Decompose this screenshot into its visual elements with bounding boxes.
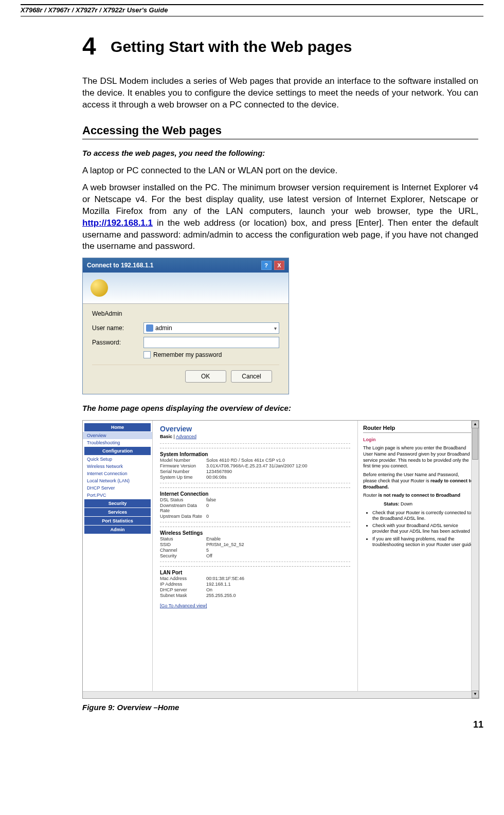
internet-heading: Internet Connection <box>160 487 350 497</box>
subheading-2: The home page opens displaying the overv… <box>82 404 478 412</box>
sys-v3: 00:06:08s <box>206 475 227 480</box>
login-realm: WebAdmin <box>92 310 279 317</box>
lan-k3: Subnet Mask <box>160 593 206 598</box>
username-label: User name: <box>92 324 143 332</box>
wireless-heading: Wireless Settings <box>160 527 350 536</box>
sys-v0: Solos 4610 RD / Solos 461x CSP v1.0 <box>206 458 285 463</box>
sysinfo-heading: System Information <box>160 448 350 457</box>
sidebar-item-overview[interactable]: Overview <box>83 432 152 439</box>
lan-heading: LAN Port <box>160 566 350 575</box>
scroll-up-icon[interactable]: ▲ <box>472 421 479 428</box>
figure-caption: Figure 9: Overview –Home <box>82 703 478 712</box>
help-p1: The Login page is where you enter the Br… <box>363 445 474 469</box>
username-input[interactable]: admin ▾ <box>143 322 279 334</box>
router-url-link[interactable]: http://192.168.1.1 <box>82 218 153 228</box>
sidebar-section-admin[interactable]: Admin <box>84 526 151 534</box>
lan-v1: 192.168.1.1 <box>206 582 231 587</box>
ok-button[interactable]: OK <box>185 370 226 383</box>
paragraph-1: A laptop or PC connected to the LAN or W… <box>82 165 478 177</box>
sidebar-section-home[interactable]: Home <box>84 423 151 431</box>
horizontal-scrollbar[interactable] <box>83 691 472 698</box>
overview-main: Overview Basic | Advanced System Informa… <box>153 421 358 698</box>
cancel-button[interactable]: Cancel <box>231 370 272 383</box>
help-p2: Before entering the User Name and Passwo… <box>363 472 474 490</box>
dropdown-icon[interactable]: ▾ <box>274 325 277 331</box>
lan-v3: 255.255.255.0 <box>206 593 236 598</box>
login-dialog-title: Connect to 192.168.1.1 <box>87 262 153 269</box>
router-help-panel: Router Help Login The Login page is wher… <box>358 421 479 698</box>
ic-v2: 0 <box>206 514 209 519</box>
password-input[interactable] <box>143 337 279 348</box>
ws-k1: SSID <box>160 542 206 547</box>
lan-v0: 00:01:38:1F:5E:46 <box>206 576 244 581</box>
page-number: 11 <box>21 719 483 730</box>
ic-v1: 0 <box>206 503 209 513</box>
intro-paragraph: The DSL Modem includes a series of Web p… <box>82 76 478 111</box>
doc-header-title: X7968r / X7967r / X7927r / X7922r User's… <box>21 6 168 14</box>
chapter-heading: 4 Getting Start with the Web pages <box>82 32 478 60</box>
subheading-1: To access the web pages, you need the fo… <box>82 149 478 157</box>
scroll-thumb[interactable] <box>472 428 478 460</box>
login-banner <box>83 273 289 304</box>
user-icon <box>146 324 153 332</box>
sys-k3: System Up time <box>160 475 206 480</box>
help-p3: Router is not ready to connect to Broadb… <box>363 493 474 499</box>
lan-k1: IP Address <box>160 582 206 587</box>
go-advanced-link[interactable]: [Go To Advanced view] <box>160 603 350 608</box>
ws-k3: Security <box>160 553 206 558</box>
ic-k0: DSL Status <box>160 497 206 502</box>
sidebar: Home Overview Troubleshooting Configurat… <box>83 421 153 698</box>
ws-v0: Enable <box>206 536 221 541</box>
section-heading: Accessing the Web pages <box>82 124 478 139</box>
chapter-number: 4 <box>82 32 96 60</box>
remember-checkbox[interactable] <box>143 351 151 358</box>
sidebar-item-wireless[interactable]: Wireless Network <box>83 463 152 470</box>
scroll-down-icon[interactable]: ▼ <box>472 691 479 698</box>
remember-label: Remember my password <box>153 351 222 358</box>
help-bullet-2: Check with your Broadband ADSL service p… <box>372 523 474 535</box>
help-bullet-3: If you are still having problems, read t… <box>372 536 474 548</box>
overview-screenshot: Home Overview Troubleshooting Configurat… <box>82 420 479 699</box>
tab-basic[interactable]: Basic <box>160 434 172 439</box>
sys-k1: Firmware Version <box>160 463 206 468</box>
sidebar-item-internet[interactable]: Internet Connection <box>83 470 152 477</box>
sidebar-item-quicksetup[interactable]: Quick Setup <box>83 456 152 463</box>
ic-k1: Downstream Data Rate <box>160 503 206 513</box>
login-dialog: Connect to 192.168.1.1 ? X WebAdmin User… <box>82 258 289 394</box>
help-icon[interactable]: ? <box>261 261 272 270</box>
help-status: Status: Down <box>384 501 474 508</box>
sys-k2: Serial Number <box>160 469 206 474</box>
sidebar-item-dhcp[interactable]: DHCP Server <box>83 484 152 492</box>
ws-v1: PRISM_1e_52_52 <box>206 542 244 547</box>
sidebar-item-lan[interactable]: Local Network (LAN) <box>83 477 152 484</box>
ws-k2: Channel <box>160 548 206 553</box>
ic-k2: Upstream Data Rate <box>160 514 206 519</box>
lan-v2: On <box>206 587 212 592</box>
sidebar-section-config[interactable]: Configuration <box>84 447 151 455</box>
username-value: admin <box>155 324 172 332</box>
chapter-title: Getting Start with the Web pages <box>111 38 352 55</box>
help-bullet-1: Check that your Router is correctly conn… <box>372 510 474 522</box>
tab-advanced[interactable]: Advanced <box>176 434 196 439</box>
ws-v2: 5 <box>206 548 209 553</box>
keys-icon <box>91 279 108 297</box>
sidebar-item-troubleshooting[interactable]: Troubleshooting <box>83 439 152 446</box>
sys-v1: 3.01XAT08.7968A-E.25.23.47 31/Jan/2007 1… <box>206 463 308 468</box>
sys-v2: 1234567890 <box>206 469 232 474</box>
help-title: Router Help <box>363 425 474 433</box>
sidebar-item-portpvc[interactable]: Port.PVC <box>83 492 152 499</box>
password-label: Password: <box>92 339 143 346</box>
para2-text-a: A web browser installed on the PC. The m… <box>82 183 478 216</box>
ws-k0: Status <box>160 536 206 541</box>
ws-v3: Off <box>206 553 212 558</box>
ic-v0: false <box>206 497 216 502</box>
paragraph-2: A web browser installed on the PC. The m… <box>82 182 478 253</box>
lan-k2: DHCP server <box>160 587 206 592</box>
sidebar-section-services[interactable]: Services <box>84 508 151 516</box>
help-login-heading: Login <box>363 437 474 442</box>
close-icon[interactable]: X <box>274 261 284 270</box>
sidebar-section-portstats[interactable]: Port Statistics <box>84 517 151 525</box>
sidebar-section-security[interactable]: Security <box>84 499 151 508</box>
lan-k0: Mac Address <box>160 576 206 581</box>
vertical-scrollbar[interactable]: ▲ ▼ <box>471 421 479 698</box>
